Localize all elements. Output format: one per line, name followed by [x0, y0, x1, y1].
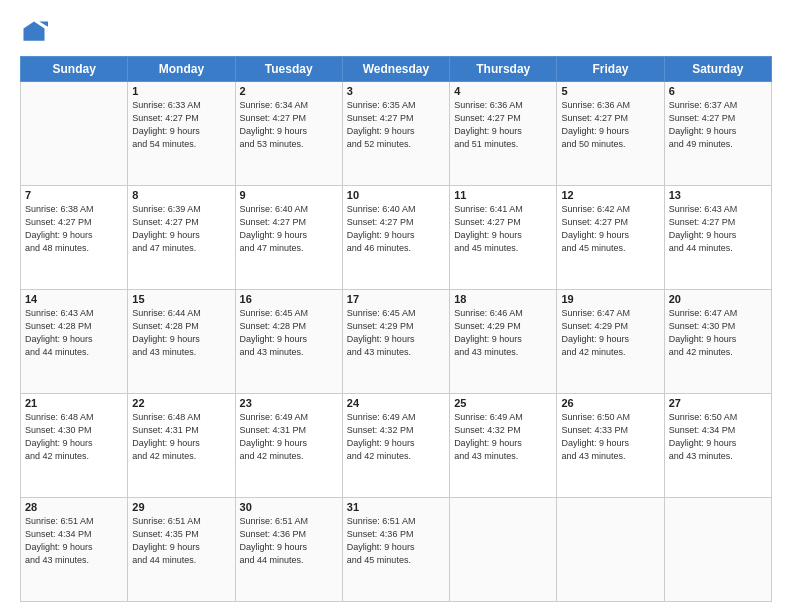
day-number: 28	[25, 501, 123, 513]
page: SundayMondayTuesdayWednesdayThursdayFrid…	[0, 0, 792, 612]
day-number: 9	[240, 189, 338, 201]
weekday-header-row: SundayMondayTuesdayWednesdayThursdayFrid…	[21, 57, 772, 82]
day-info: Sunrise: 6:44 AMSunset: 4:28 PMDaylight:…	[132, 307, 230, 359]
day-info: Sunrise: 6:51 AMSunset: 4:35 PMDaylight:…	[132, 515, 230, 567]
weekday-header-monday: Monday	[128, 57, 235, 82]
day-number: 22	[132, 397, 230, 409]
day-info: Sunrise: 6:48 AMSunset: 4:31 PMDaylight:…	[132, 411, 230, 463]
day-number: 23	[240, 397, 338, 409]
day-info: Sunrise: 6:49 AMSunset: 4:32 PMDaylight:…	[454, 411, 552, 463]
calendar-cell: 8Sunrise: 6:39 AMSunset: 4:27 PMDaylight…	[128, 186, 235, 290]
day-number: 2	[240, 85, 338, 97]
calendar-cell	[664, 498, 771, 602]
calendar-cell	[450, 498, 557, 602]
calendar-cell: 6Sunrise: 6:37 AMSunset: 4:27 PMDaylight…	[664, 82, 771, 186]
day-info: Sunrise: 6:41 AMSunset: 4:27 PMDaylight:…	[454, 203, 552, 255]
calendar-cell: 2Sunrise: 6:34 AMSunset: 4:27 PMDaylight…	[235, 82, 342, 186]
day-number: 6	[669, 85, 767, 97]
day-number: 12	[561, 189, 659, 201]
calendar-cell: 7Sunrise: 6:38 AMSunset: 4:27 PMDaylight…	[21, 186, 128, 290]
calendar-cell: 30Sunrise: 6:51 AMSunset: 4:36 PMDayligh…	[235, 498, 342, 602]
day-info: Sunrise: 6:51 AMSunset: 4:36 PMDaylight:…	[240, 515, 338, 567]
day-number: 17	[347, 293, 445, 305]
calendar-cell: 29Sunrise: 6:51 AMSunset: 4:35 PMDayligh…	[128, 498, 235, 602]
day-info: Sunrise: 6:35 AMSunset: 4:27 PMDaylight:…	[347, 99, 445, 151]
day-info: Sunrise: 6:45 AMSunset: 4:29 PMDaylight:…	[347, 307, 445, 359]
calendar-cell: 24Sunrise: 6:49 AMSunset: 4:32 PMDayligh…	[342, 394, 449, 498]
day-info: Sunrise: 6:38 AMSunset: 4:27 PMDaylight:…	[25, 203, 123, 255]
calendar-cell: 5Sunrise: 6:36 AMSunset: 4:27 PMDaylight…	[557, 82, 664, 186]
day-number: 26	[561, 397, 659, 409]
day-number: 31	[347, 501, 445, 513]
day-info: Sunrise: 6:43 AMSunset: 4:28 PMDaylight:…	[25, 307, 123, 359]
day-info: Sunrise: 6:46 AMSunset: 4:29 PMDaylight:…	[454, 307, 552, 359]
day-number: 5	[561, 85, 659, 97]
day-info: Sunrise: 6:51 AMSunset: 4:36 PMDaylight:…	[347, 515, 445, 567]
calendar-cell: 10Sunrise: 6:40 AMSunset: 4:27 PMDayligh…	[342, 186, 449, 290]
day-number: 15	[132, 293, 230, 305]
day-info: Sunrise: 6:49 AMSunset: 4:32 PMDaylight:…	[347, 411, 445, 463]
calendar-cell: 3Sunrise: 6:35 AMSunset: 4:27 PMDaylight…	[342, 82, 449, 186]
calendar-cell: 31Sunrise: 6:51 AMSunset: 4:36 PMDayligh…	[342, 498, 449, 602]
logo	[20, 18, 52, 46]
calendar-cell: 4Sunrise: 6:36 AMSunset: 4:27 PMDaylight…	[450, 82, 557, 186]
week-row-2: 7Sunrise: 6:38 AMSunset: 4:27 PMDaylight…	[21, 186, 772, 290]
day-number: 24	[347, 397, 445, 409]
day-number: 4	[454, 85, 552, 97]
day-info: Sunrise: 6:45 AMSunset: 4:28 PMDaylight:…	[240, 307, 338, 359]
calendar-cell: 12Sunrise: 6:42 AMSunset: 4:27 PMDayligh…	[557, 186, 664, 290]
calendar-cell: 28Sunrise: 6:51 AMSunset: 4:34 PMDayligh…	[21, 498, 128, 602]
weekday-header-saturday: Saturday	[664, 57, 771, 82]
day-number: 8	[132, 189, 230, 201]
day-number: 11	[454, 189, 552, 201]
calendar-cell: 9Sunrise: 6:40 AMSunset: 4:27 PMDaylight…	[235, 186, 342, 290]
calendar-cell: 20Sunrise: 6:47 AMSunset: 4:30 PMDayligh…	[664, 290, 771, 394]
calendar-cell	[557, 498, 664, 602]
week-row-1: 1Sunrise: 6:33 AMSunset: 4:27 PMDaylight…	[21, 82, 772, 186]
day-info: Sunrise: 6:36 AMSunset: 4:27 PMDaylight:…	[454, 99, 552, 151]
calendar-cell: 21Sunrise: 6:48 AMSunset: 4:30 PMDayligh…	[21, 394, 128, 498]
calendar-cell: 11Sunrise: 6:41 AMSunset: 4:27 PMDayligh…	[450, 186, 557, 290]
week-row-3: 14Sunrise: 6:43 AMSunset: 4:28 PMDayligh…	[21, 290, 772, 394]
day-info: Sunrise: 6:47 AMSunset: 4:29 PMDaylight:…	[561, 307, 659, 359]
calendar-cell: 22Sunrise: 6:48 AMSunset: 4:31 PMDayligh…	[128, 394, 235, 498]
day-info: Sunrise: 6:40 AMSunset: 4:27 PMDaylight:…	[347, 203, 445, 255]
calendar-cell: 1Sunrise: 6:33 AMSunset: 4:27 PMDaylight…	[128, 82, 235, 186]
day-number: 10	[347, 189, 445, 201]
day-info: Sunrise: 6:48 AMSunset: 4:30 PMDaylight:…	[25, 411, 123, 463]
header	[20, 18, 772, 46]
day-number: 27	[669, 397, 767, 409]
day-number: 1	[132, 85, 230, 97]
svg-marker-0	[24, 22, 45, 41]
calendar-cell: 15Sunrise: 6:44 AMSunset: 4:28 PMDayligh…	[128, 290, 235, 394]
week-row-4: 21Sunrise: 6:48 AMSunset: 4:30 PMDayligh…	[21, 394, 772, 498]
day-info: Sunrise: 6:34 AMSunset: 4:27 PMDaylight:…	[240, 99, 338, 151]
day-number: 20	[669, 293, 767, 305]
day-number: 16	[240, 293, 338, 305]
calendar-cell: 19Sunrise: 6:47 AMSunset: 4:29 PMDayligh…	[557, 290, 664, 394]
day-number: 3	[347, 85, 445, 97]
day-info: Sunrise: 6:42 AMSunset: 4:27 PMDaylight:…	[561, 203, 659, 255]
calendar-cell: 23Sunrise: 6:49 AMSunset: 4:31 PMDayligh…	[235, 394, 342, 498]
day-info: Sunrise: 6:51 AMSunset: 4:34 PMDaylight:…	[25, 515, 123, 567]
day-number: 29	[132, 501, 230, 513]
calendar-cell: 16Sunrise: 6:45 AMSunset: 4:28 PMDayligh…	[235, 290, 342, 394]
day-info: Sunrise: 6:37 AMSunset: 4:27 PMDaylight:…	[669, 99, 767, 151]
day-number: 13	[669, 189, 767, 201]
calendar-cell	[21, 82, 128, 186]
day-info: Sunrise: 6:43 AMSunset: 4:27 PMDaylight:…	[669, 203, 767, 255]
day-number: 7	[25, 189, 123, 201]
day-number: 14	[25, 293, 123, 305]
weekday-header-wednesday: Wednesday	[342, 57, 449, 82]
calendar-cell: 26Sunrise: 6:50 AMSunset: 4:33 PMDayligh…	[557, 394, 664, 498]
calendar-cell: 14Sunrise: 6:43 AMSunset: 4:28 PMDayligh…	[21, 290, 128, 394]
weekday-header-thursday: Thursday	[450, 57, 557, 82]
weekday-header-sunday: Sunday	[21, 57, 128, 82]
logo-icon	[20, 18, 48, 46]
week-row-5: 28Sunrise: 6:51 AMSunset: 4:34 PMDayligh…	[21, 498, 772, 602]
day-info: Sunrise: 6:49 AMSunset: 4:31 PMDaylight:…	[240, 411, 338, 463]
day-info: Sunrise: 6:50 AMSunset: 4:34 PMDaylight:…	[669, 411, 767, 463]
day-number: 18	[454, 293, 552, 305]
calendar-cell: 27Sunrise: 6:50 AMSunset: 4:34 PMDayligh…	[664, 394, 771, 498]
calendar-cell: 13Sunrise: 6:43 AMSunset: 4:27 PMDayligh…	[664, 186, 771, 290]
